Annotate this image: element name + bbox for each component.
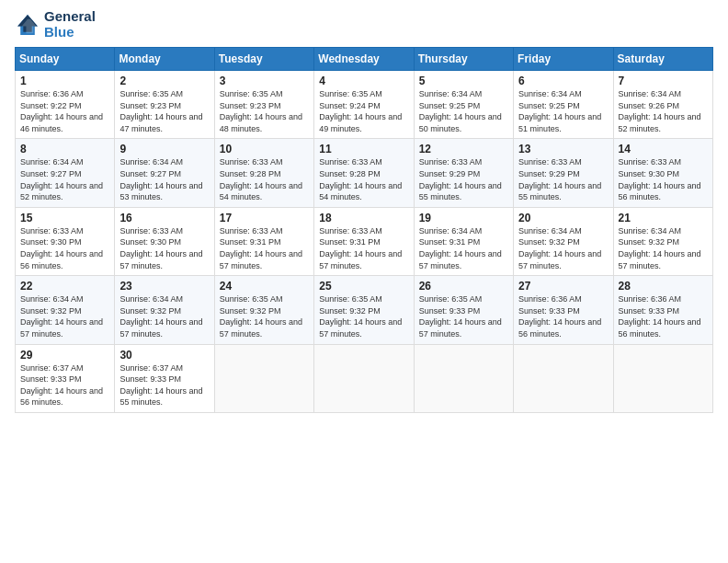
day-info: Sunrise: 6:36 AM Sunset: 9:33 PM Dayligh…: [518, 293, 608, 339]
week-row: 1Sunrise: 6:36 AM Sunset: 9:22 PM Daylig…: [16, 71, 713, 139]
day-info: Sunrise: 6:34 AM Sunset: 9:31 PM Dayligh…: [419, 225, 508, 271]
day-info: Sunrise: 6:33 AM Sunset: 9:30 PM Dayligh…: [619, 156, 708, 202]
day-number: 22: [20, 280, 109, 293]
day-info: Sunrise: 6:33 AM Sunset: 9:29 PM Dayligh…: [518, 156, 608, 202]
calendar-cell: 29Sunrise: 6:37 AM Sunset: 9:33 PM Dayli…: [16, 344, 115, 412]
column-header-sunday: Sunday: [16, 48, 115, 71]
calendar-cell: 23Sunrise: 6:34 AM Sunset: 9:32 PM Dayli…: [115, 276, 214, 344]
day-info: Sunrise: 6:33 AM Sunset: 9:29 PM Dayligh…: [419, 156, 508, 202]
day-number: 14: [619, 143, 708, 155]
calendar-cell: 30Sunrise: 6:37 AM Sunset: 9:33 PM Dayli…: [115, 344, 214, 412]
day-number: 26: [419, 280, 508, 293]
day-info: Sunrise: 6:33 AM Sunset: 9:28 PM Dayligh…: [220, 156, 309, 202]
calendar-cell: [314, 344, 414, 412]
day-info: Sunrise: 6:33 AM Sunset: 9:30 PM Dayligh…: [20, 225, 109, 271]
calendar-cell: 6Sunrise: 6:34 AM Sunset: 9:25 PM Daylig…: [514, 71, 613, 139]
day-number: 29: [20, 349, 109, 362]
day-info: Sunrise: 6:37 AM Sunset: 9:33 PM Dayligh…: [20, 362, 109, 408]
calendar-cell: 28Sunrise: 6:36 AM Sunset: 9:33 PM Dayli…: [613, 276, 712, 344]
logo-icon: [15, 12, 40, 38]
calendar-cell: 26Sunrise: 6:35 AM Sunset: 9:33 PM Dayli…: [414, 276, 513, 344]
day-number: 21: [619, 212, 708, 224]
calendar-cell: [214, 344, 313, 412]
day-info: Sunrise: 6:35 AM Sunset: 9:23 PM Dayligh…: [220, 88, 309, 134]
day-info: Sunrise: 6:34 AM Sunset: 9:27 PM Dayligh…: [119, 156, 209, 202]
calendar-body: 1Sunrise: 6:36 AM Sunset: 9:22 PM Daylig…: [16, 71, 713, 413]
day-info: Sunrise: 6:34 AM Sunset: 9:26 PM Dayligh…: [619, 88, 708, 134]
day-info: Sunrise: 6:36 AM Sunset: 9:22 PM Dayligh…: [20, 88, 109, 134]
day-number: 28: [619, 280, 708, 293]
calendar-cell: [514, 344, 613, 412]
day-info: Sunrise: 6:34 AM Sunset: 9:32 PM Dayligh…: [119, 293, 209, 339]
calendar-cell: 2Sunrise: 6:35 AM Sunset: 9:23 PM Daylig…: [115, 71, 214, 139]
logo-line2: Blue: [44, 25, 96, 40]
calendar-header: SundayMondayTuesdayWednesdayThursdayFrid…: [16, 48, 713, 71]
day-info: Sunrise: 6:35 AM Sunset: 9:24 PM Dayligh…: [319, 88, 408, 134]
calendar-cell: 7Sunrise: 6:34 AM Sunset: 9:26 PM Daylig…: [613, 71, 712, 139]
column-header-saturday: Saturday: [613, 48, 712, 71]
day-number: 16: [119, 212, 209, 224]
day-number: 20: [518, 212, 608, 224]
day-number: 25: [319, 280, 408, 293]
calendar-cell: 15Sunrise: 6:33 AM Sunset: 9:30 PM Dayli…: [16, 207, 115, 275]
calendar-cell: 8Sunrise: 6:34 AM Sunset: 9:27 PM Daylig…: [16, 139, 115, 207]
day-number: 15: [20, 212, 109, 224]
day-number: 30: [119, 349, 209, 362]
day-number: 19: [419, 212, 508, 224]
day-info: Sunrise: 6:35 AM Sunset: 9:33 PM Dayligh…: [419, 293, 508, 339]
day-number: 2: [119, 75, 209, 87]
calendar-cell: 21Sunrise: 6:34 AM Sunset: 9:32 PM Dayli…: [613, 207, 712, 275]
day-number: 13: [518, 143, 608, 155]
calendar-cell: [613, 344, 712, 412]
calendar-cell: 11Sunrise: 6:33 AM Sunset: 9:28 PM Dayli…: [314, 139, 414, 207]
calendar-cell: 22Sunrise: 6:34 AM Sunset: 9:32 PM Dayli…: [16, 276, 115, 344]
calendar-cell: 9Sunrise: 6:34 AM Sunset: 9:27 PM Daylig…: [115, 139, 214, 207]
calendar-cell: 3Sunrise: 6:35 AM Sunset: 9:23 PM Daylig…: [214, 71, 313, 139]
day-number: 18: [319, 212, 408, 224]
day-number: 4: [319, 75, 408, 87]
column-header-wednesday: Wednesday: [314, 48, 414, 71]
calendar-cell: 24Sunrise: 6:35 AM Sunset: 9:32 PM Dayli…: [214, 276, 313, 344]
day-info: Sunrise: 6:34 AM Sunset: 9:32 PM Dayligh…: [20, 293, 109, 339]
day-number: 10: [220, 143, 309, 155]
week-row: 29Sunrise: 6:37 AM Sunset: 9:33 PM Dayli…: [16, 344, 713, 412]
day-info: Sunrise: 6:33 AM Sunset: 9:30 PM Dayligh…: [119, 225, 209, 271]
day-number: 23: [119, 280, 209, 293]
day-number: 8: [20, 143, 109, 155]
calendar-cell: 27Sunrise: 6:36 AM Sunset: 9:33 PM Dayli…: [514, 276, 613, 344]
day-info: Sunrise: 6:33 AM Sunset: 9:28 PM Dayligh…: [319, 156, 408, 202]
day-number: 9: [119, 143, 209, 155]
week-row: 8Sunrise: 6:34 AM Sunset: 9:27 PM Daylig…: [16, 139, 713, 207]
calendar-cell: [414, 344, 513, 412]
calendar-cell: 5Sunrise: 6:34 AM Sunset: 9:25 PM Daylig…: [414, 71, 513, 139]
calendar-cell: 16Sunrise: 6:33 AM Sunset: 9:30 PM Dayli…: [115, 207, 214, 275]
day-number: 11: [319, 143, 408, 155]
column-header-tuesday: Tuesday: [214, 48, 313, 71]
page: GeneralBlue SundayMondayTuesdayWednesday…: [0, 0, 728, 563]
logo: GeneralBlue: [15, 9, 96, 40]
day-info: Sunrise: 6:33 AM Sunset: 9:31 PM Dayligh…: [319, 225, 408, 271]
calendar-cell: 13Sunrise: 6:33 AM Sunset: 9:29 PM Dayli…: [514, 139, 613, 207]
day-info: Sunrise: 6:34 AM Sunset: 9:25 PM Dayligh…: [518, 88, 608, 134]
week-row: 15Sunrise: 6:33 AM Sunset: 9:30 PM Dayli…: [16, 207, 713, 275]
day-info: Sunrise: 6:35 AM Sunset: 9:32 PM Dayligh…: [220, 293, 309, 339]
day-number: 5: [419, 75, 508, 87]
header: GeneralBlue: [15, 9, 713, 40]
calendar-cell: 10Sunrise: 6:33 AM Sunset: 9:28 PM Dayli…: [214, 139, 313, 207]
day-number: 1: [20, 75, 109, 87]
calendar-cell: 4Sunrise: 6:35 AM Sunset: 9:24 PM Daylig…: [314, 71, 414, 139]
calendar-cell: 17Sunrise: 6:33 AM Sunset: 9:31 PM Dayli…: [214, 207, 313, 275]
logo-line1: General: [44, 9, 96, 25]
day-number: 7: [619, 75, 708, 87]
day-number: 27: [518, 280, 608, 293]
day-info: Sunrise: 6:35 AM Sunset: 9:32 PM Dayligh…: [319, 293, 408, 339]
week-row: 22Sunrise: 6:34 AM Sunset: 9:32 PM Dayli…: [16, 276, 713, 344]
day-number: 3: [220, 75, 309, 87]
calendar-cell: 18Sunrise: 6:33 AM Sunset: 9:31 PM Dayli…: [314, 207, 414, 275]
day-info: Sunrise: 6:35 AM Sunset: 9:23 PM Dayligh…: [119, 88, 209, 134]
day-info: Sunrise: 6:37 AM Sunset: 9:33 PM Dayligh…: [119, 362, 209, 408]
calendar-cell: 1Sunrise: 6:36 AM Sunset: 9:22 PM Daylig…: [16, 71, 115, 139]
day-number: 12: [419, 143, 508, 155]
header-row: SundayMondayTuesdayWednesdayThursdayFrid…: [16, 48, 713, 71]
calendar-cell: 12Sunrise: 6:33 AM Sunset: 9:29 PM Dayli…: [414, 139, 513, 207]
